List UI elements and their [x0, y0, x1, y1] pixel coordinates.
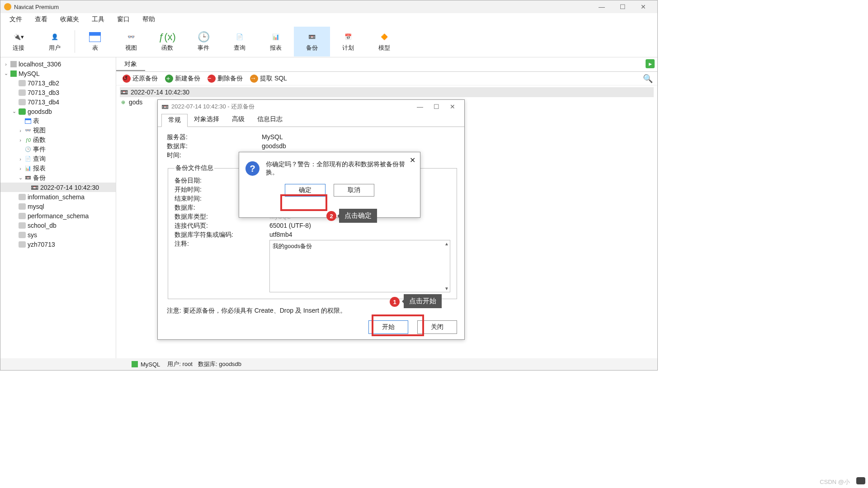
tree-info-schema[interactable]: information_schema	[0, 192, 116, 202]
tree-goods-query[interactable]: ›📄查询	[0, 154, 116, 164]
tool-model[interactable]: 🔶模型	[366, 27, 402, 56]
act-extract[interactable]: →提取 SQL	[247, 75, 290, 83]
watermark: CSDN @小	[820, 478, 850, 486]
tree-goods-view[interactable]: ›👓视图	[0, 126, 116, 135]
menu-help[interactable]: 帮助	[136, 13, 161, 26]
table-icon	[25, 118, 31, 124]
tree-school-db[interactable]: school_db	[0, 221, 116, 230]
menu-file[interactable]: 文件	[3, 13, 28, 26]
tab-objselect[interactable]: 对象选择	[188, 113, 226, 127]
side-tab[interactable]: 我要学习	[856, 477, 865, 484]
search-icon[interactable]: 🔍	[643, 74, 653, 84]
tool-connect-label: 连接	[13, 44, 24, 52]
db-icon	[19, 203, 26, 210]
tree-db3[interactable]: 70713_db3	[0, 88, 116, 97]
dialog-tabs: 常规 对象选择 高级 信息日志	[158, 113, 464, 127]
tool-event[interactable]: 🕒事件	[185, 27, 222, 56]
act-new[interactable]: ＋新建备份	[162, 75, 203, 83]
maximize-button[interactable]: ☐	[612, 0, 633, 13]
cancel-button[interactable]: 取消	[334, 184, 374, 197]
tool-query[interactable]: 📄查询	[222, 27, 258, 56]
scroll-up-icon[interactable]: ▲	[444, 241, 449, 246]
tree-goodsdb[interactable]: ⌄goodsdb	[0, 107, 116, 116]
tool-plan-label: 计划	[342, 44, 354, 52]
tree-goods-func[interactable]: ›ƒ0函数	[0, 135, 116, 145]
dialog-min-button[interactable]: —	[412, 103, 428, 110]
tree-perf-schema[interactable]: performance_schema	[0, 211, 116, 221]
tool-view[interactable]: 👓视图	[113, 27, 149, 56]
add-panel-icon[interactable]: ▸	[646, 59, 655, 68]
tool-model-label: 模型	[378, 44, 390, 52]
plug-icon: 🔌▾	[12, 31, 25, 43]
tab-advanced[interactable]: 高级	[226, 113, 251, 127]
app-title: Navicat Premium	[14, 4, 59, 10]
tree-yzh[interactable]: yzh70713	[0, 239, 116, 249]
confirm-close-button[interactable]: ✕	[410, 156, 415, 164]
menu-win[interactable]: 窗口	[111, 13, 136, 26]
new-icon: ＋	[165, 75, 173, 83]
connection-tree[interactable]: ›localhost_3306 ⌄MySQL 70713_db2 70713_d…	[0, 57, 116, 358]
tree-goods-table[interactable]: 表	[0, 116, 116, 126]
query-icon: 📄	[25, 156, 31, 162]
db-icon	[19, 194, 26, 200]
tree-goods-event[interactable]: 🕒事件	[0, 145, 116, 154]
tool-view-label: 视图	[125, 44, 137, 52]
dialog-max-button[interactable]: ☐	[428, 103, 444, 110]
val-server: MySQL	[262, 133, 283, 142]
titlebar: Navicat Premium — ☐ ✕	[0, 0, 657, 13]
list-item[interactable]: 📼2022-07-14 10:42:30	[120, 87, 654, 97]
tree-mysql-db[interactable]: mysql	[0, 202, 116, 211]
tool-report[interactable]: 📊报表	[258, 27, 294, 56]
minimize-button[interactable]: —	[591, 0, 612, 13]
tab-general[interactable]: 常规	[161, 114, 188, 127]
scroll-down-icon[interactable]: ▼	[444, 286, 449, 291]
annot-tip-start: 点击开始	[404, 294, 442, 308]
menu-tool[interactable]: 工具	[85, 13, 111, 26]
function-icon: ƒ(x)	[160, 31, 174, 43]
db-icon	[19, 241, 26, 248]
tree-db2[interactable]: 70713_db2	[0, 78, 116, 88]
backup-icon: 📼	[25, 175, 31, 181]
backup-file-icon: 📼	[30, 184, 38, 191]
tool-report-label: 报表	[270, 44, 282, 52]
tree-localhost[interactable]: ›localhost_3306	[0, 59, 116, 69]
confirm-dialog: ✕ ? 你确定吗？警告：全部现有的表和数据将被备份替换。 确定 取消	[239, 152, 420, 218]
close-button-dlg[interactable]: 关闭	[417, 320, 457, 334]
user-icon: 👤	[48, 31, 61, 43]
act-delete[interactable]: −删除备份	[205, 75, 245, 83]
val-database: goodsdb	[262, 142, 286, 151]
tree-sys[interactable]: sys	[0, 230, 116, 239]
val-codepage: 65001 (UTF-8)	[269, 222, 311, 231]
tree-backup-file[interactable]: 📼2022-07-14 10:42:30	[0, 183, 116, 192]
tool-user[interactable]: 👤用户	[37, 27, 73, 56]
backup-file-icon: 📼	[120, 89, 128, 95]
close-button[interactable]: ✕	[633, 0, 654, 13]
start-button[interactable]: 开始	[368, 320, 408, 334]
tool-user-label: 用户	[49, 44, 61, 52]
ok-button[interactable]: 确定	[285, 184, 326, 197]
table-icon	[88, 31, 102, 43]
tree-goods-backup[interactable]: ⌄📼备份	[0, 173, 116, 183]
lbl-comment: 注释:	[175, 240, 269, 248]
object-tab[interactable]: 对象	[116, 58, 145, 71]
tree-goods-report[interactable]: ›📊报表	[0, 164, 116, 173]
toolbar-sep	[75, 30, 75, 53]
tree-mysql[interactable]: ⌄MySQL	[0, 69, 116, 78]
db-icon	[19, 89, 26, 96]
tool-func[interactable]: ƒ(x)函数	[149, 27, 185, 56]
db-icon	[19, 213, 26, 219]
tree-db4[interactable]: 70713_db4	[0, 97, 116, 107]
act-restore[interactable]: ↺还原备份	[120, 75, 160, 83]
tool-connect[interactable]: 🔌▾连接	[0, 27, 37, 56]
tool-table[interactable]: 表	[77, 27, 113, 56]
tool-table-label: 表	[92, 44, 98, 52]
dialog-close-button[interactable]: ✕	[444, 103, 461, 110]
db-icon	[19, 232, 26, 238]
comment-textbox[interactable]: 我的goods备份 ▲ ▼	[269, 240, 450, 292]
menu-view[interactable]: 查看	[28, 13, 54, 26]
app-logo-icon	[4, 3, 11, 10]
menu-fav[interactable]: 收藏夹	[54, 13, 85, 26]
tab-log[interactable]: 信息日志	[251, 113, 289, 127]
tool-plan[interactable]: 📅计划	[330, 27, 366, 56]
tool-backup[interactable]: 📼备份	[294, 27, 330, 56]
